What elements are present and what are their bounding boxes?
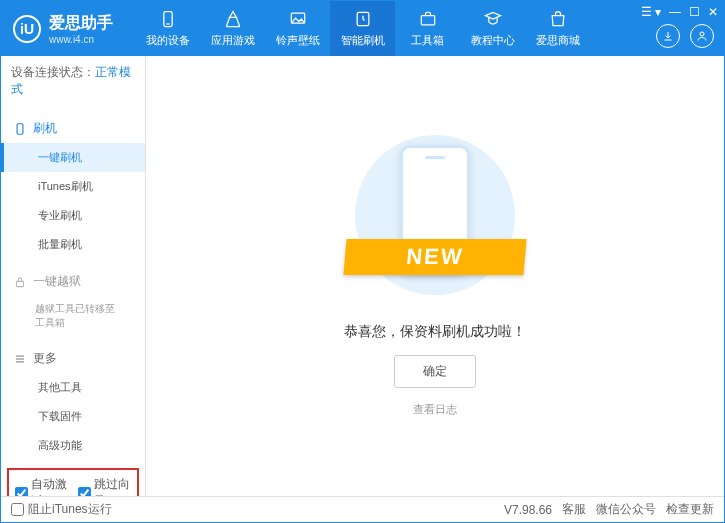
svg-point-5 — [700, 32, 704, 36]
wechat-link[interactable]: 微信公众号 — [596, 501, 656, 518]
sidebar: 设备连接状态：正常模式 刷机 一键刷机 iTunes刷机 专业刷机 批量刷机 一… — [1, 56, 146, 496]
checkbox-group: 自动激活 跳过向导 — [7, 468, 139, 496]
view-log-link[interactable]: 查看日志 — [413, 402, 457, 417]
app-name: 爱思助手 — [49, 13, 113, 34]
logo: iU 爱思助手 www.i4.cn — [1, 13, 125, 45]
main-content: NEW 恭喜您，保资料刷机成功啦！ 确定 查看日志 — [146, 56, 724, 496]
main-nav: 我的设备 应用游戏 铃声壁纸 智能刷机 工具箱 教程中心 爱思商城 — [135, 1, 590, 56]
menu-icon[interactable]: ☰ ▾ — [641, 5, 661, 19]
download-button[interactable] — [656, 24, 680, 48]
store-icon — [548, 9, 568, 29]
version-label: V7.98.66 — [504, 503, 552, 517]
sidebar-item-itunes-flash[interactable]: iTunes刷机 — [1, 172, 145, 201]
check-update-link[interactable]: 检查更新 — [666, 501, 714, 518]
titlebar: iU 爱思助手 www.i4.cn 我的设备 应用游戏 铃声壁纸 智能刷机 工具… — [1, 1, 724, 56]
svg-rect-4 — [421, 16, 434, 25]
nav-tutorials[interactable]: 教程中心 — [460, 1, 525, 56]
sidebar-item-download-firmware[interactable]: 下载固件 — [1, 402, 145, 431]
sidebar-item-pro-flash[interactable]: 专业刷机 — [1, 201, 145, 230]
new-ribbon: NEW — [343, 239, 526, 275]
nav-store[interactable]: 爱思商城 — [525, 1, 590, 56]
success-illustration: NEW — [335, 115, 535, 305]
toolbox-icon — [418, 9, 438, 29]
close-icon[interactable]: ✕ — [708, 5, 718, 19]
app-domain: www.i4.cn — [49, 34, 113, 45]
maximize-icon[interactable]: ☐ — [689, 5, 700, 19]
svg-rect-6 — [17, 123, 23, 134]
section-more-header[interactable]: 更多 — [1, 344, 145, 373]
sidebar-item-advanced[interactable]: 高级功能 — [1, 431, 145, 460]
section-flash-header[interactable]: 刷机 — [1, 114, 145, 143]
minimize-icon[interactable]: — — [669, 5, 681, 19]
sidebar-item-oneclick-flash[interactable]: 一键刷机 — [1, 143, 145, 172]
customer-service-link[interactable]: 客服 — [562, 501, 586, 518]
nav-my-devices[interactable]: 我的设备 — [135, 1, 200, 56]
confirm-button[interactable]: 确定 — [394, 355, 476, 388]
footer: 阻止iTunes运行 V7.98.66 客服 微信公众号 检查更新 — [1, 496, 724, 522]
window-controls: ☰ ▾ — ☐ ✕ — [641, 5, 718, 19]
flash-icon — [353, 9, 373, 29]
nav-smart-flash[interactable]: 智能刷机 — [330, 1, 395, 56]
svg-rect-7 — [17, 281, 24, 286]
logo-icon: iU — [13, 15, 41, 43]
checkbox-skip-wizard[interactable]: 跳过向导 — [78, 476, 131, 496]
section-jailbreak-header: 一键越狱 — [1, 267, 145, 296]
user-button[interactable] — [690, 24, 714, 48]
success-message: 恭喜您，保资料刷机成功啦！ — [344, 323, 526, 341]
checkbox-block-itunes[interactable]: 阻止iTunes运行 — [11, 501, 112, 518]
jailbreak-note: 越狱工具已转移至 工具箱 — [1, 296, 145, 336]
nav-apps-games[interactable]: 应用游戏 — [200, 1, 265, 56]
wallpaper-icon — [288, 9, 308, 29]
connection-status: 设备连接状态：正常模式 — [1, 56, 145, 106]
phone-icon — [158, 9, 178, 29]
apps-icon — [223, 9, 243, 29]
sidebar-item-batch-flash[interactable]: 批量刷机 — [1, 230, 145, 259]
checkbox-auto-activate[interactable]: 自动激活 — [15, 476, 68, 496]
menu-icon — [13, 352, 27, 366]
sidebar-item-other-tools[interactable]: 其他工具 — [1, 373, 145, 402]
tutorial-icon — [483, 9, 503, 29]
phone-icon — [13, 122, 27, 136]
nav-toolbox[interactable]: 工具箱 — [395, 1, 460, 56]
nav-ringtones[interactable]: 铃声壁纸 — [265, 1, 330, 56]
lock-icon — [13, 275, 27, 289]
